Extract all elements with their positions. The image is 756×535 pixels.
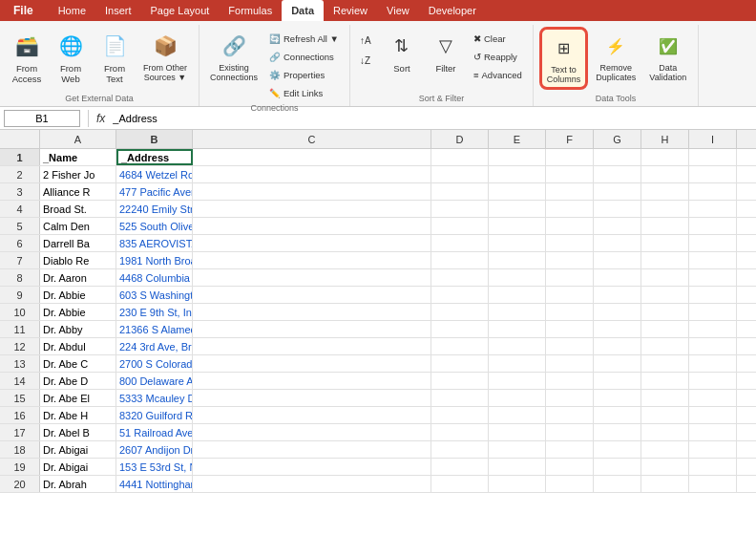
existing-connections-button[interactable]: 🔗 ExistingConnections bbox=[205, 27, 262, 86]
cell-c5[interactable] bbox=[193, 218, 431, 234]
cell-j20[interactable] bbox=[737, 476, 756, 492]
cell-g3[interactable] bbox=[594, 183, 641, 200]
cell-h18[interactable] bbox=[641, 441, 689, 458]
cell-d16[interactable] bbox=[431, 407, 489, 423]
cell-h6[interactable] bbox=[641, 235, 689, 251]
cell-d7[interactable] bbox=[431, 252, 489, 268]
refresh-all-button[interactable]: 🔄 Refresh All ▼ bbox=[264, 31, 344, 47]
cell-f16[interactable] bbox=[546, 407, 594, 423]
cell-j8[interactable] bbox=[737, 269, 756, 286]
sort-za-button[interactable]: ↓Z bbox=[356, 51, 379, 70]
cell-d1[interactable] bbox=[431, 149, 489, 165]
cell-i4[interactable] bbox=[689, 201, 737, 217]
cell-a16[interactable]: Dr. Abe H bbox=[40, 407, 116, 423]
cell-a18[interactable]: Dr. Abigai bbox=[40, 441, 116, 458]
properties-button[interactable]: ⚙️ Properties bbox=[264, 67, 344, 83]
cell-g14[interactable] bbox=[594, 373, 641, 389]
cell-d19[interactable] bbox=[431, 459, 489, 475]
cell-d4[interactable] bbox=[431, 201, 489, 217]
filter-button[interactable]: ▽ Filter bbox=[425, 27, 467, 77]
cell-b16[interactable]: 8320 Guilford Rd, Columbia, MD, 21046 bbox=[116, 407, 193, 423]
cell-c11[interactable] bbox=[193, 321, 431, 337]
cell-i13[interactable] bbox=[689, 355, 737, 372]
cell-e15[interactable] bbox=[489, 390, 546, 406]
cell-e11[interactable] bbox=[489, 321, 546, 337]
cell-f6[interactable] bbox=[546, 235, 594, 251]
cell-a19[interactable]: Dr. Abigai bbox=[40, 459, 116, 475]
cell-g16[interactable] bbox=[594, 407, 641, 423]
sort-button[interactable]: ⇅ Sort bbox=[381, 27, 423, 77]
cell-c1[interactable] bbox=[193, 149, 431, 165]
cell-h17[interactable] bbox=[641, 424, 689, 440]
cell-h20[interactable] bbox=[641, 476, 689, 492]
cell-e2[interactable] bbox=[489, 166, 546, 182]
cell-i10[interactable] bbox=[689, 304, 737, 320]
cell-h7[interactable] bbox=[641, 252, 689, 268]
cell-i17[interactable] bbox=[689, 424, 737, 440]
cell-g2[interactable] bbox=[594, 166, 641, 182]
cell-b5[interactable]: 525 South Olive Street, Los Angeles, CA … bbox=[116, 218, 193, 234]
tab-formulas[interactable]: Formulas bbox=[219, 0, 282, 21]
cell-h12[interactable] bbox=[641, 338, 689, 354]
cell-b17[interactable]: 51 Railroad Ave, Norwood, NJ, 7648 bbox=[116, 424, 193, 440]
cell-d8[interactable] bbox=[431, 269, 489, 286]
cell-i16[interactable] bbox=[689, 407, 737, 423]
from-web-button[interactable]: 🌐 FromWeb bbox=[50, 27, 92, 88]
cell-f17[interactable] bbox=[546, 424, 594, 440]
cell-j12[interactable] bbox=[737, 338, 756, 354]
cell-g5[interactable] bbox=[594, 218, 641, 234]
cell-g15[interactable] bbox=[594, 390, 641, 406]
cell-i1[interactable] bbox=[689, 149, 737, 165]
cell-c4[interactable] bbox=[193, 201, 431, 217]
cell-g4[interactable] bbox=[594, 201, 641, 217]
cell-c13[interactable] bbox=[193, 355, 431, 372]
cell-c7[interactable] bbox=[193, 252, 431, 268]
cell-e17[interactable] bbox=[489, 424, 546, 440]
cell-d18[interactable] bbox=[431, 441, 489, 458]
tab-view[interactable]: View bbox=[377, 0, 419, 21]
cell-c16[interactable] bbox=[193, 407, 431, 423]
cell-i12[interactable] bbox=[689, 338, 737, 354]
cell-g13[interactable] bbox=[594, 355, 641, 372]
cell-j14[interactable] bbox=[737, 373, 756, 389]
cell-f14[interactable] bbox=[546, 373, 594, 389]
cell-j9[interactable] bbox=[737, 287, 756, 303]
remove-duplicates-button[interactable]: ⚡ RemoveDuplicates bbox=[590, 27, 641, 86]
cell-c20[interactable] bbox=[193, 476, 431, 492]
cell-b12[interactable]: 224 3rd Ave, Brooklyn, NY, 11217 bbox=[116, 338, 193, 354]
cell-f7[interactable] bbox=[546, 252, 594, 268]
cell-a11[interactable]: Dr. Abby bbox=[40, 321, 116, 337]
cell-g9[interactable] bbox=[594, 287, 641, 303]
cell-d14[interactable] bbox=[431, 373, 489, 389]
cell-d11[interactable] bbox=[431, 321, 489, 337]
cell-h19[interactable] bbox=[641, 459, 689, 475]
cell-f3[interactable] bbox=[546, 183, 594, 200]
cell-j4[interactable] bbox=[737, 201, 756, 217]
tab-home[interactable]: Home bbox=[49, 0, 95, 21]
cell-j2[interactable] bbox=[737, 166, 756, 182]
cell-j18[interactable] bbox=[737, 441, 756, 458]
cell-b10[interactable]: 230 E 9th St, Indianapolis, IN, 46204 bbox=[116, 304, 193, 320]
name-box[interactable] bbox=[4, 110, 80, 127]
cell-i18[interactable] bbox=[689, 441, 737, 458]
cell-i6[interactable] bbox=[689, 235, 737, 251]
cell-f9[interactable] bbox=[546, 287, 594, 303]
tab-insert[interactable]: Insert bbox=[95, 0, 141, 21]
cell-e8[interactable] bbox=[489, 269, 546, 286]
cell-d2[interactable] bbox=[431, 166, 489, 182]
cell-b8[interactable]: 4468 Columbia Rd, Augusta, GA, 30907 bbox=[116, 269, 193, 286]
cell-i14[interactable] bbox=[689, 373, 737, 389]
cell-j16[interactable] bbox=[737, 407, 756, 423]
cell-e10[interactable] bbox=[489, 304, 546, 320]
cell-j7[interactable] bbox=[737, 252, 756, 268]
cell-e6[interactable] bbox=[489, 235, 546, 251]
cell-g17[interactable] bbox=[594, 424, 641, 440]
cell-c17[interactable] bbox=[193, 424, 431, 440]
cell-h4[interactable] bbox=[641, 201, 689, 217]
cell-d15[interactable] bbox=[431, 390, 489, 406]
cell-h13[interactable] bbox=[641, 355, 689, 372]
cell-d5[interactable] bbox=[431, 218, 489, 234]
cell-i5[interactable] bbox=[689, 218, 737, 234]
cell-h10[interactable] bbox=[641, 304, 689, 320]
cell-c14[interactable] bbox=[193, 373, 431, 389]
